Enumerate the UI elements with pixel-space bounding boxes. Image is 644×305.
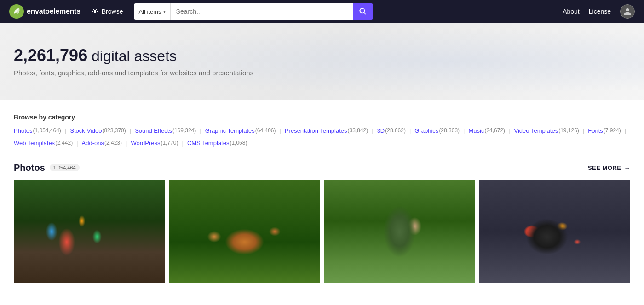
section-title-text: Photos — [14, 163, 45, 173]
browse-icon: 👁 — [92, 7, 99, 16]
asset-count-headline: 2,261,796 digital assets — [14, 46, 630, 65]
cat-link-cms-templates[interactable]: CMS Templates — [187, 138, 230, 148]
cat-link-sound-effects[interactable]: Sound Effects — [135, 125, 172, 136]
user-avatar[interactable] — [620, 4, 635, 19]
logo[interactable]: envatoelements — [9, 4, 80, 19]
search-container: All items ▾ — [134, 3, 373, 20]
avatar-icon — [623, 7, 632, 16]
envato-logo-icon — [9, 4, 24, 19]
see-more-link[interactable]: SEE MORE → — [588, 164, 630, 171]
category-links: Photos (1,054,464) | Stock Video (823,37… — [14, 125, 630, 149]
arrow-right-icon: → — [624, 164, 631, 171]
search-icon — [359, 8, 367, 15]
photo-card-soldier[interactable] — [324, 180, 475, 283]
navbar-right: About License — [563, 4, 635, 19]
cat-link-wordpress[interactable]: WordPress — [131, 138, 160, 148]
cat-link-web-templates[interactable]: Web Templates — [14, 138, 55, 148]
cat-link-add-ons[interactable]: Add-ons — [82, 138, 104, 148]
section-badge: 1,054,464 — [50, 164, 80, 171]
license-link[interactable]: License — [589, 8, 611, 15]
cat-link-stock-video[interactable]: Stock Video — [70, 125, 102, 136]
section-header: Photos 1,054,464 SEE MORE → — [14, 163, 630, 173]
search-button[interactable] — [353, 3, 373, 20]
cat-link-graphic-templates[interactable]: Graphic Templates — [205, 125, 255, 136]
chevron-down-icon: ▾ — [163, 9, 166, 14]
browse-button[interactable]: 👁 Browse — [88, 6, 127, 17]
cat-link-video-templates[interactable]: Video Templates — [514, 125, 558, 136]
logo-text: envatoelements — [27, 7, 80, 16]
main-content: Browse by category Photos (1,054,464) | … — [0, 100, 644, 293]
about-link[interactable]: About — [563, 8, 580, 15]
hero-section: 2,261,796 digital assets Photos, fonts, … — [0, 23, 644, 100]
cat-link-photos[interactable]: Photos — [14, 125, 32, 136]
see-more-text: SEE MORE — [588, 164, 621, 171]
browse-category-title: Browse by category — [14, 113, 630, 121]
cat-link-presentation-templates[interactable]: Presentation Templates — [285, 125, 347, 136]
browse-by-category: Browse by category Photos (1,054,464) | … — [14, 113, 630, 149]
cat-link-graphics[interactable]: Graphics — [414, 125, 438, 136]
section-title: Photos 1,054,464 — [14, 163, 80, 173]
browse-label: Browse — [102, 8, 123, 15]
photo-card-food[interactable] — [479, 180, 630, 283]
cat-link-fonts[interactable]: Fonts — [588, 125, 603, 136]
cat-link-3d[interactable]: 3D — [377, 125, 385, 136]
photo-grid — [14, 180, 630, 283]
photos-section: Photos 1,054,464 SEE MORE → — [14, 163, 630, 283]
asset-count-number: 2,261,796 — [14, 46, 87, 65]
photo-card-parrot[interactable] — [14, 180, 165, 283]
search-input[interactable] — [171, 3, 353, 20]
filter-label: All items — [138, 8, 161, 15]
search-filter-dropdown[interactable]: All items ▾ — [134, 3, 170, 20]
asset-count-suffix: digital assets — [87, 48, 177, 64]
photo-card-foxes[interactable] — [169, 180, 320, 283]
cat-link-music[interactable]: Music — [468, 125, 484, 136]
navbar: envatoelements 👁 Browse All items ▾ Abou… — [0, 0, 644, 23]
hero-subtitle: Photos, fonts, graphics, add-ons and tem… — [14, 69, 630, 77]
